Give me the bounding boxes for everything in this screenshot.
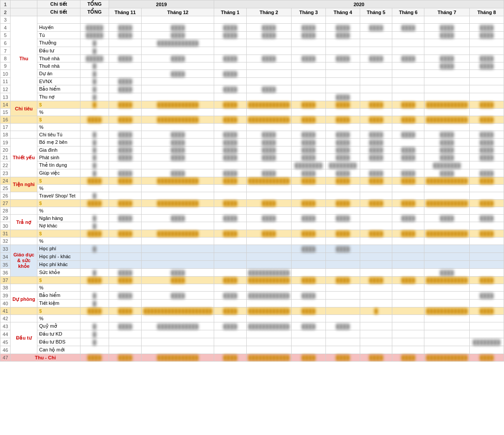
month-cell [142,93,214,101]
row-num: 23 [0,169,11,177]
row2-total: TỔNG [80,8,109,16]
month-cell [246,16,292,24]
month-cell [292,269,326,277]
month-cell [246,245,292,253]
month-cell: ████ [109,24,142,32]
month-cell [326,346,360,354]
month-cell: ████ [214,277,246,284]
month-cell [246,338,292,346]
total-cell [80,284,109,292]
month-cell [292,222,326,230]
month-cell [292,109,326,116]
detail-cell: $ [37,177,80,185]
category-cell: Đầu tư [11,322,37,354]
month-cell [292,330,326,338]
month-cell: ████████████ [142,200,214,207]
month-cell [392,39,424,47]
month-cell [392,307,424,315]
month-cell [392,85,424,93]
detail-cell: % [37,238,80,245]
month-cell [326,284,360,292]
total-cell: █ [80,78,109,85]
month-cell [469,124,504,131]
row-num: 7 [0,47,11,55]
month-cell [246,207,292,215]
row-num: 39 [0,292,11,300]
month-cell: ████████████ [424,101,470,109]
detail-cell: Chi tiêu Tú [37,131,80,139]
month-cell: ████ [326,322,360,330]
row-num: 29 [0,215,11,222]
month-cell [292,124,326,131]
month-cell [326,292,360,300]
total-cell [80,109,109,116]
table-row: 43 Đầu tư Quỹ mở █ ████ ████████████ ███… [0,322,504,330]
detail-cell: Huyến [37,24,80,32]
month-cell [142,109,214,116]
row2-num: 2 [0,8,11,16]
category-cell [11,315,37,322]
month-cell [326,85,360,93]
month-cell: ████ [469,55,504,62]
month-cell [214,261,246,269]
month-cell [424,245,470,253]
month-cell [246,261,292,269]
month-cell [292,62,326,70]
month-cell: ████ [246,215,292,222]
month-cell: ████ [392,24,424,32]
table-row: 10 Dự án █ ████ ████ [0,70,504,78]
month-cell [246,78,292,85]
month-cell [326,70,360,78]
month-cell: ████ [392,215,424,222]
month-cell: ████ [109,32,142,39]
month-cell [142,253,214,261]
month-cell [424,292,470,300]
table-row-pct: 15 % [0,109,504,116]
month-cell: ████ [142,215,214,222]
month-cell: ████ [469,116,504,124]
month-cell: ████ [292,131,326,139]
row-num: 25 [0,185,11,192]
row-num: 5 [0,32,11,39]
month-cell [360,207,392,215]
total-cell: █ [80,47,109,55]
month-cell: ████ [246,32,292,39]
table-row: 45 Đầu tư BDS █ ████████ [0,338,504,346]
month-cell [392,300,424,307]
month-cell [214,39,246,47]
month-cell: ████ [292,245,326,253]
month-cell [424,85,470,93]
month-cell [142,124,214,131]
thang6-header: Tháng 6 [392,8,424,16]
month-cell [214,207,246,215]
month-cell: ████████████ [246,307,292,315]
table-row: 35 Học phí khác [0,261,504,269]
table-row: 26 Travel/ Shop/ Tet █ [0,192,504,200]
month-cell: ████ [292,307,326,315]
row-num: 33 [0,245,11,253]
detail-cell: Tiết kiệm [37,300,80,307]
total-cell: █ [80,85,109,93]
row-num: 22 [0,161,11,169]
row-num: 16 [0,116,11,124]
table-row: 5 Tú █████ ████ ████ ████ ████ ████ ████… [0,32,504,39]
month-cell [360,292,392,300]
table-row: 39 Dự phòng Bảo hiểm █ ████ ████ ████ ██… [0,292,504,300]
month-cell [360,338,392,346]
row-num: 21 [0,154,11,161]
month-cell: ████ [292,169,326,177]
month-cell [292,261,326,269]
total-cell: █ [80,139,109,146]
category-cell: Thu [11,16,37,101]
month-cell: ████ [424,55,470,62]
total-cell [80,238,109,245]
month-cell: ████ [109,146,142,154]
table-row-subtotal: 41 $ ████ ████ ████████████████████ ████… [0,307,504,315]
month-cell: ████ [469,277,504,284]
table-row-subtotal: 16 $ ████ ████ ████████████ ████ ███████… [0,116,504,124]
month-cell: ████ [392,101,424,109]
detail-cell: Sức khỏe [37,269,80,277]
month-cell: ████ [326,101,360,109]
month-cell [142,284,214,292]
month-cell [109,300,142,307]
